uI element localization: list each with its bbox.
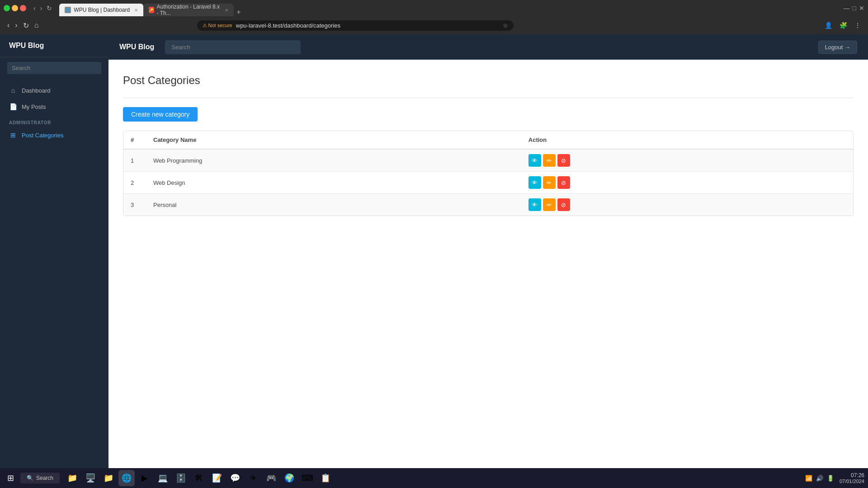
col-number: # [123, 131, 146, 149]
sidebar-nav: ⌂ Dashboard 📄 My Posts ADMINISTRATOR ⊞ P… [0, 79, 108, 468]
cell-number: 1 [123, 149, 146, 172]
taskbar-app-db[interactable]: 🗄️ [173, 470, 189, 486]
reload-nav-button[interactable]: ↻ [21, 20, 31, 31]
maximize-window-button[interactable]: □ [853, 5, 856, 12]
table-body: 1 Web Programming 👁 ✏ ⊘ 2 Web Design 👁 [123, 149, 853, 216]
tab-2-close[interactable]: ✕ [225, 8, 228, 13]
navigation-controls: ‹ › ↻ ⌂ [5, 20, 40, 31]
sidebar-item-dashboard[interactable]: ⌂ Dashboard [0, 82, 108, 99]
taskbar-app-vscode[interactable]: 💻 [155, 470, 171, 486]
menu-icon[interactable]: ⋮ [853, 21, 863, 30]
address-text[interactable]: wpu-laravel-8.test/dashboard/categories [236, 22, 499, 29]
maximize-btn[interactable]: ● [20, 5, 26, 11]
app-layout: WPU Blog ⌂ Dashboard 📄 My Posts ADMINIST… [0, 34, 868, 468]
close-btn[interactable]: ● [4, 5, 10, 11]
delete-button[interactable]: ⊘ [557, 198, 570, 211]
taskbar-right: 📶 🔊 🔋 07:26 07/01/2024 [805, 472, 864, 484]
edit-button[interactable]: ✏ [543, 198, 556, 211]
start-button[interactable]: ⊞ [4, 471, 18, 485]
action-buttons: 👁 ✏ ⊘ [528, 198, 846, 211]
taskbar-app-word[interactable]: 📝 [209, 470, 225, 486]
table-row: 1 Web Programming 👁 ✏ ⊘ [123, 149, 853, 172]
taskbar-search-icon: 🔍 [27, 475, 33, 481]
taskbar-apps: 📁 🖥️ 📁 🌐 ▶ 💻 🗄️ 🛠 📝 💬 ✈ 🎮 🌍 ⌨ 📋 [64, 470, 334, 486]
sidebar-item-my-posts-label: My Posts [22, 103, 46, 110]
taskbar-app-discord[interactable]: 🎮 [263, 470, 279, 486]
tab-2[interactable]: 🔑 Authorization - Laravel 8.x - Th... ✕ [143, 4, 234, 16]
network-icon[interactable]: 📶 [805, 475, 812, 482]
taskbar-app-notes[interactable]: 📋 [317, 470, 334, 486]
main: WPU Blog Logout → Post Categories Create… [108, 34, 868, 468]
edit-button[interactable]: ✏ [543, 176, 556, 189]
sidebar-item-post-categories[interactable]: ⊞ Post Categories [0, 127, 108, 143]
view-button[interactable]: 👁 [528, 198, 541, 211]
topbar-search-input[interactable] [165, 40, 301, 54]
cell-action: 👁 ✏ ⊘ [521, 194, 853, 216]
col-name: Category Name [146, 131, 521, 149]
taskbar-app-files[interactable]: 📁 [64, 470, 80, 486]
back-button[interactable]: ‹ [32, 4, 38, 13]
browser-chrome: ● ● ● ‹ › ↻ 🌐 WPU Blog | Dashboard ✕ 🔑 A… [0, 0, 868, 16]
address-input-wrap[interactable]: ⚠ Not secure wpu-laravel-8.test/dashboar… [197, 20, 514, 31]
volume-icon[interactable]: 🔊 [816, 475, 823, 482]
content-area: Post Categories Create new category # Ca… [108, 60, 868, 468]
browser-actions: — □ ✕ [844, 5, 864, 12]
taskbar-app-chat[interactable]: 💬 [227, 470, 243, 486]
tab-1-close[interactable]: ✕ [134, 8, 138, 13]
taskbar-app-tool[interactable]: 🛠 [191, 470, 207, 486]
eye-icon: 👁 [532, 179, 538, 186]
home-nav-button[interactable]: ⌂ [33, 20, 41, 31]
profile-icon[interactable]: 👤 [823, 21, 834, 30]
taskbar-app-telegram[interactable]: ✈ [245, 470, 261, 486]
taskbar-app-globe[interactable]: 🌍 [281, 470, 297, 486]
sidebar: WPU Blog ⌂ Dashboard 📄 My Posts ADMINIST… [0, 34, 108, 468]
taskbar-search-button[interactable]: 🔍 Search [20, 473, 60, 483]
minimize-btn[interactable]: ● [12, 5, 18, 11]
edit-button[interactable]: ✏ [543, 154, 556, 167]
tab-2-label: Authorization - Laravel 8.x - Th... [157, 4, 221, 16]
topbar: WPU Blog Logout → [108, 34, 868, 60]
new-tab-button[interactable]: + [234, 8, 243, 16]
minimize-window-button[interactable]: — [844, 5, 850, 12]
nav-arrows: ‹ › ↻ [32, 4, 54, 13]
sidebar-search-input[interactable] [7, 62, 101, 74]
table-header-row: # Category Name Action [123, 131, 853, 149]
view-button[interactable]: 👁 [528, 176, 541, 189]
tabs-bar: 🌐 WPU Blog | Dashboard ✕ 🔑 Authorization… [59, 0, 838, 16]
taskbar-search-label: Search [36, 475, 53, 481]
security-badge[interactable]: ⚠ Not secure [203, 23, 232, 28]
categories-table: # Category Name Action 1 Web Programming… [123, 131, 853, 216]
topbar-brand: WPU Blog [119, 43, 154, 51]
logout-button[interactable]: Logout → [818, 41, 857, 54]
view-button[interactable]: 👁 [528, 154, 541, 167]
delete-button[interactable]: ⊘ [557, 176, 570, 189]
edit-icon: ✏ [547, 157, 552, 164]
delete-icon: ⊘ [561, 179, 566, 186]
delete-icon: ⊘ [561, 202, 566, 208]
star-icon[interactable]: ☆ [503, 22, 508, 29]
tab-1[interactable]: 🌐 WPU Blog | Dashboard ✕ [59, 4, 143, 16]
create-category-button[interactable]: Create new category [123, 107, 198, 122]
back-nav-button[interactable]: ‹ [5, 20, 11, 31]
taskbar-app-explorer[interactable]: 🖥️ [82, 470, 99, 486]
taskbar: ⊞ 🔍 Search 📁 🖥️ 📁 🌐 ▶ 💻 🗄️ 🛠 📝 💬 ✈ 🎮 🌍 ⌨… [0, 468, 868, 488]
taskbar-app-folder[interactable]: 📁 [100, 470, 117, 486]
cell-name: Web Programming [146, 149, 521, 172]
security-label: Not secure [208, 23, 232, 28]
close-window-button[interactable]: ✕ [859, 5, 864, 12]
cell-action: 👁 ✏ ⊘ [521, 172, 853, 194]
cell-name: Personal [146, 194, 521, 216]
sidebar-item-my-posts[interactable]: 📄 My Posts [0, 99, 108, 115]
forward-nav-button[interactable]: › [13, 20, 19, 31]
taskbar-app-terminal[interactable]: ⌨ [299, 470, 316, 486]
delete-button[interactable]: ⊘ [557, 154, 570, 167]
forward-button[interactable]: › [38, 4, 44, 13]
taskbar-app-chrome[interactable]: 🌐 [118, 470, 135, 486]
reload-button[interactable]: ↻ [45, 4, 54, 13]
tab-1-favicon: 🌐 [65, 7, 71, 13]
taskbar-clock[interactable]: 07:26 07/01/2024 [840, 472, 864, 484]
battery-icon[interactable]: 🔋 [827, 475, 834, 482]
delete-icon: ⊘ [561, 157, 566, 164]
taskbar-app-media[interactable]: ▶ [137, 470, 153, 486]
extensions-icon[interactable]: 🧩 [838, 21, 849, 30]
